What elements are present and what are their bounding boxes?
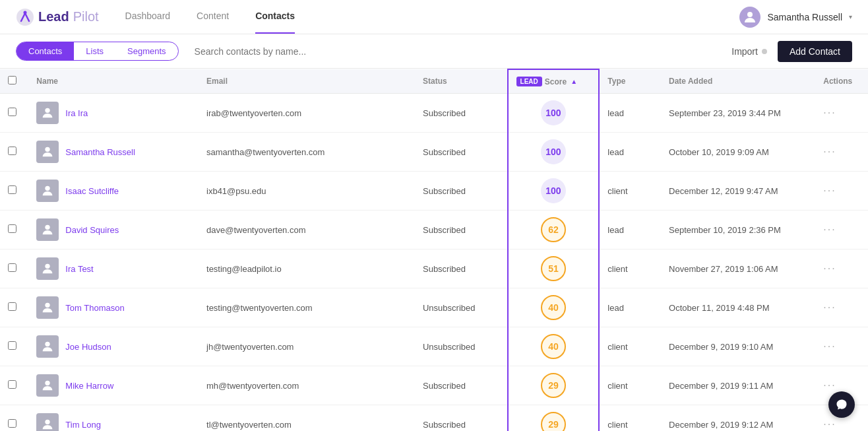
- contact-name[interactable]: Tim Long: [65, 420, 101, 430]
- contact-type: client: [599, 327, 661, 366]
- tab-contacts[interactable]: Contacts: [16, 42, 74, 60]
- contact-name[interactable]: Isaac Sutcliffe: [65, 186, 119, 196]
- chat-icon: [835, 398, 848, 411]
- contact-cell: Samantha Russell: [36, 141, 191, 163]
- contact-email: ixb41@psu.edu: [199, 172, 415, 211]
- contact-email: tl@twentyoverten.com: [199, 405, 415, 432]
- date-added: December 9, 2019 9:12 AM: [661, 405, 815, 432]
- logo[interactable]: Lead Pilot: [16, 8, 99, 26]
- contact-avatar-icon: [40, 145, 55, 159]
- svg-point-9: [46, 342, 50, 347]
- date-added: September 10, 2019 2:36 PM: [661, 211, 815, 249]
- svg-point-1: [24, 11, 27, 14]
- lead-score-value: 29: [541, 373, 566, 398]
- contact-type: lead: [599, 94, 661, 133]
- contact-type: client: [599, 405, 661, 432]
- contact-name[interactable]: Mike Harrow: [65, 381, 113, 391]
- contact-type: client: [599, 366, 661, 405]
- user-info[interactable]: Samantha Russell ▾: [739, 7, 852, 28]
- lead-score-value: 100: [541, 100, 566, 125]
- chat-bubble[interactable]: [828, 391, 855, 418]
- contact-name[interactable]: Ira Test: [65, 264, 93, 274]
- contact-cell: Tim Long: [36, 413, 191, 431]
- date-added: December 12, 2019 9:47 AM: [661, 172, 815, 211]
- date-added: September 23, 2019 3:44 PM: [661, 94, 815, 133]
- row-checkbox[interactable]: [8, 302, 16, 311]
- contact-email: testing@leadpilot.io: [199, 249, 415, 288]
- row-actions-menu[interactable]: ···: [823, 341, 836, 352]
- contact-name[interactable]: Joe Hudson: [65, 342, 111, 352]
- nav-content[interactable]: Content: [197, 11, 229, 24]
- row-checkbox[interactable]: [8, 341, 16, 350]
- row-actions-menu[interactable]: ···: [823, 380, 836, 391]
- search-input[interactable]: [195, 42, 524, 61]
- contact-avatar: [36, 180, 59, 202]
- lead-score-header: LEAD Score ▲: [516, 77, 591, 86]
- svg-point-10: [46, 381, 50, 385]
- lead-score-value: 51: [541, 256, 566, 281]
- contact-avatar: [36, 218, 59, 241]
- lead-score-value: 40: [541, 334, 566, 359]
- nav-dashboard[interactable]: Dashboard: [125, 11, 171, 24]
- row-checkbox[interactable]: [8, 224, 16, 233]
- lead-badge: LEAD: [516, 77, 542, 86]
- table-row: Mike Harrow mh@twentyoverten.com Subscri…: [0, 366, 868, 405]
- add-contact-button[interactable]: Add Contact: [778, 41, 852, 62]
- row-actions-menu[interactable]: ···: [823, 302, 836, 313]
- contact-avatar: [36, 413, 59, 431]
- lead-score-value: 100: [541, 139, 566, 164]
- avatar: [739, 7, 760, 28]
- date-added: December 9, 2019 9:10 AM: [661, 327, 815, 366]
- svg-point-3: [46, 108, 50, 113]
- row-actions-menu[interactable]: ···: [823, 263, 836, 274]
- table-row: Ira Ira irab@twentyoverten.com Subscribe…: [0, 94, 868, 133]
- nav-contacts[interactable]: Contacts: [255, 11, 295, 34]
- row-actions-menu[interactable]: ···: [823, 185, 836, 196]
- col-header-status: Status: [423, 77, 447, 86]
- row-actions-menu[interactable]: ···: [823, 224, 836, 235]
- contact-type: lead: [599, 288, 661, 327]
- svg-point-7: [46, 264, 50, 269]
- table-row: Joe Hudson jh@twentyoverten.com Unsubscr…: [0, 327, 868, 366]
- row-checkbox[interactable]: [8, 185, 16, 194]
- tab-segments[interactable]: Segments: [115, 42, 178, 60]
- row-checkbox[interactable]: [8, 147, 16, 155]
- contact-cell: Mike Harrow: [36, 374, 191, 397]
- contact-cell: David Squires: [36, 218, 191, 241]
- user-name: Samantha Russell: [767, 12, 842, 22]
- status-badge: Subscribed: [423, 264, 466, 274]
- sort-arrow-icon[interactable]: ▲: [571, 78, 577, 85]
- import-dot-icon: [762, 49, 767, 54]
- contact-name[interactable]: David Squires: [65, 225, 119, 235]
- lead-score-value: 62: [541, 217, 566, 242]
- select-all-checkbox[interactable]: [8, 76, 16, 84]
- contact-name[interactable]: Ira Ira: [65, 108, 88, 118]
- contact-avatar-icon: [40, 300, 55, 315]
- logo-text-lead: Lead: [38, 9, 69, 24]
- search-wrap: [195, 42, 716, 61]
- table-row: David Squires dave@twentyoverten.com Sub…: [0, 211, 868, 249]
- user-avatar-icon: [742, 9, 758, 25]
- col-header-score: Score: [545, 77, 567, 86]
- status-badge: Subscribed: [423, 147, 466, 157]
- tab-lists[interactable]: Lists: [74, 42, 115, 60]
- row-actions-menu[interactable]: ···: [823, 107, 836, 118]
- sub-nav: Contacts Lists Segments Import Add Conta…: [0, 34, 868, 69]
- col-header-date: Date Added: [669, 77, 712, 86]
- row-checkbox[interactable]: [8, 108, 16, 116]
- table-row: Tom Thomason testing@twentyoverten.com U…: [0, 288, 868, 327]
- contact-name[interactable]: Samantha Russell: [65, 147, 135, 157]
- lead-score-value: 100: [541, 178, 566, 203]
- contact-cell: Ira Test: [36, 257, 191, 280]
- svg-point-4: [46, 147, 50, 152]
- contact-cell: Isaac Sutcliffe: [36, 180, 191, 202]
- contact-avatar: [36, 102, 59, 124]
- row-actions-menu[interactable]: ···: [823, 418, 836, 430]
- row-checkbox[interactable]: [8, 380, 16, 389]
- import-button[interactable]: Import: [731, 46, 767, 57]
- contact-name[interactable]: Tom Thomason: [65, 303, 124, 313]
- row-actions-menu[interactable]: ···: [823, 146, 836, 157]
- contact-email: irab@twentyoverten.com: [199, 94, 415, 133]
- row-checkbox[interactable]: [8, 263, 16, 272]
- row-checkbox[interactable]: [8, 419, 16, 428]
